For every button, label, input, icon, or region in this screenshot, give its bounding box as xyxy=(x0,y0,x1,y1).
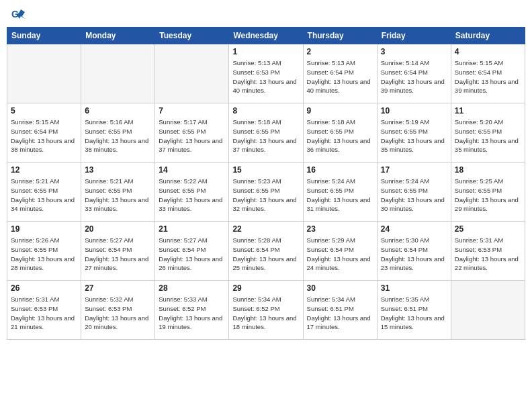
day-number: 11 xyxy=(455,106,521,116)
calendar-cell: 2Sunrise: 5:13 AMSunset: 6:54 PMDaylight… xyxy=(303,44,377,103)
day-number: 25 xyxy=(455,224,521,234)
day-info: Sunrise: 5:13 AMSunset: 6:54 PMDaylight:… xyxy=(307,58,373,95)
day-number: 10 xyxy=(381,106,447,116)
day-number: 23 xyxy=(307,224,373,234)
day-number: 1 xyxy=(232,47,299,56)
calendar-cell: 15Sunrise: 5:23 AMSunset: 6:55 PMDayligh… xyxy=(229,163,303,222)
calendar-week-row: 12Sunrise: 5:21 AMSunset: 6:55 PMDayligh… xyxy=(7,163,525,222)
day-info: Sunrise: 5:19 AMSunset: 6:55 PMDaylight:… xyxy=(381,118,447,154)
day-info: Sunrise: 5:23 AMSunset: 6:55 PMDaylight:… xyxy=(232,177,299,214)
day-number: 21 xyxy=(159,224,225,234)
day-info: Sunrise: 5:21 AMSunset: 6:55 PMDaylight:… xyxy=(11,177,77,214)
day-number: 14 xyxy=(159,165,225,175)
calendar-cell xyxy=(155,44,229,103)
day-info: Sunrise: 5:30 AMSunset: 6:54 PMDaylight:… xyxy=(381,236,447,273)
day-info: Sunrise: 5:17 AMSunset: 6:55 PMDaylight:… xyxy=(159,118,225,154)
day-of-week-header: Thursday xyxy=(303,28,377,44)
calendar-cell: 20Sunrise: 5:27 AMSunset: 6:54 PMDayligh… xyxy=(81,222,155,281)
day-info: Sunrise: 5:29 AMSunset: 6:54 PMDaylight:… xyxy=(307,236,373,273)
page-header: G xyxy=(7,7,525,21)
day-info: Sunrise: 5:34 AMSunset: 6:52 PMDaylight:… xyxy=(232,295,299,332)
day-of-week-header: Monday xyxy=(81,28,155,44)
calendar-week-row: 26Sunrise: 5:31 AMSunset: 6:53 PMDayligh… xyxy=(7,281,525,340)
calendar-cell: 31Sunrise: 5:35 AMSunset: 6:51 PMDayligh… xyxy=(377,281,451,340)
calendar-week-row: 5Sunrise: 5:15 AMSunset: 6:54 PMDaylight… xyxy=(7,103,525,163)
calendar-cell xyxy=(7,44,81,103)
day-number: 6 xyxy=(85,106,151,116)
calendar-cell xyxy=(451,281,525,340)
day-number: 8 xyxy=(232,106,299,116)
calendar-cell: 28Sunrise: 5:33 AMSunset: 6:52 PMDayligh… xyxy=(155,281,229,340)
calendar-cell: 11Sunrise: 5:20 AMSunset: 6:55 PMDayligh… xyxy=(451,103,525,163)
calendar-cell: 8Sunrise: 5:18 AMSunset: 6:55 PMDaylight… xyxy=(229,103,303,163)
day-info: Sunrise: 5:31 AMSunset: 6:53 PMDaylight:… xyxy=(11,295,77,332)
day-number: 13 xyxy=(85,165,151,175)
day-number: 12 xyxy=(11,165,77,175)
day-info: Sunrise: 5:21 AMSunset: 6:55 PMDaylight:… xyxy=(85,177,151,214)
calendar-cell: 29Sunrise: 5:34 AMSunset: 6:52 PMDayligh… xyxy=(229,281,303,340)
day-of-week-header: Sunday xyxy=(7,28,81,44)
day-info: Sunrise: 5:22 AMSunset: 6:55 PMDaylight:… xyxy=(159,177,225,214)
logo-icon: G xyxy=(10,7,25,21)
calendar-cell: 18Sunrise: 5:25 AMSunset: 6:55 PMDayligh… xyxy=(451,163,525,222)
day-info: Sunrise: 5:15 AMSunset: 6:54 PMDaylight:… xyxy=(11,118,77,154)
day-info: Sunrise: 5:18 AMSunset: 6:55 PMDaylight:… xyxy=(232,118,299,154)
day-number: 27 xyxy=(85,283,151,293)
day-of-week-header: Friday xyxy=(377,28,451,44)
day-info: Sunrise: 5:34 AMSunset: 6:51 PMDaylight:… xyxy=(307,295,373,332)
day-info: Sunrise: 5:15 AMSunset: 6:54 PMDaylight:… xyxy=(455,58,521,95)
calendar-cell: 17Sunrise: 5:24 AMSunset: 6:55 PMDayligh… xyxy=(377,163,451,222)
calendar-cell: 19Sunrise: 5:26 AMSunset: 6:55 PMDayligh… xyxy=(7,222,81,281)
day-info: Sunrise: 5:33 AMSunset: 6:52 PMDaylight:… xyxy=(159,295,225,332)
calendar-cell: 4Sunrise: 5:15 AMSunset: 6:54 PMDaylight… xyxy=(451,44,525,103)
day-info: Sunrise: 5:20 AMSunset: 6:55 PMDaylight:… xyxy=(455,118,521,154)
calendar-week-row: 1Sunrise: 5:13 AMSunset: 6:53 PMDaylight… xyxy=(7,44,525,103)
day-number: 28 xyxy=(159,283,225,293)
day-number: 9 xyxy=(307,106,373,116)
day-info: Sunrise: 5:18 AMSunset: 6:55 PMDaylight:… xyxy=(307,118,373,154)
days-header-row: SundayMondayTuesdayWednesdayThursdayFrid… xyxy=(7,28,525,44)
calendar-cell: 24Sunrise: 5:30 AMSunset: 6:54 PMDayligh… xyxy=(377,222,451,281)
day-number: 20 xyxy=(85,224,151,234)
day-number: 22 xyxy=(232,224,299,234)
day-number: 3 xyxy=(381,47,447,56)
calendar-cell: 10Sunrise: 5:19 AMSunset: 6:55 PMDayligh… xyxy=(377,103,451,163)
calendar-cell: 16Sunrise: 5:24 AMSunset: 6:55 PMDayligh… xyxy=(303,163,377,222)
calendar-week-row: 19Sunrise: 5:26 AMSunset: 6:55 PMDayligh… xyxy=(7,222,525,281)
day-number: 18 xyxy=(455,165,521,175)
day-info: Sunrise: 5:25 AMSunset: 6:55 PMDaylight:… xyxy=(455,177,521,214)
calendar-cell: 27Sunrise: 5:32 AMSunset: 6:53 PMDayligh… xyxy=(81,281,155,340)
day-info: Sunrise: 5:35 AMSunset: 6:51 PMDaylight:… xyxy=(381,295,447,332)
day-number: 7 xyxy=(159,106,225,116)
day-number: 15 xyxy=(232,165,299,175)
day-number: 19 xyxy=(11,224,77,234)
day-info: Sunrise: 5:32 AMSunset: 6:53 PMDaylight:… xyxy=(85,295,151,332)
day-number: 5 xyxy=(11,106,77,116)
calendar-cell: 26Sunrise: 5:31 AMSunset: 6:53 PMDayligh… xyxy=(7,281,81,340)
day-info: Sunrise: 5:24 AMSunset: 6:55 PMDaylight:… xyxy=(381,177,447,214)
day-info: Sunrise: 5:13 AMSunset: 6:53 PMDaylight:… xyxy=(232,58,299,95)
calendar-cell: 22Sunrise: 5:28 AMSunset: 6:54 PMDayligh… xyxy=(229,222,303,281)
calendar-cell: 5Sunrise: 5:15 AMSunset: 6:54 PMDaylight… xyxy=(7,103,81,163)
day-info: Sunrise: 5:31 AMSunset: 6:53 PMDaylight:… xyxy=(455,236,521,273)
day-info: Sunrise: 5:27 AMSunset: 6:54 PMDaylight:… xyxy=(159,236,225,273)
day-number: 4 xyxy=(455,47,521,56)
day-of-week-header: Wednesday xyxy=(229,28,303,44)
calendar-cell: 1Sunrise: 5:13 AMSunset: 6:53 PMDaylight… xyxy=(229,44,303,103)
calendar-cell: 12Sunrise: 5:21 AMSunset: 6:55 PMDayligh… xyxy=(7,163,81,222)
calendar-cell: 21Sunrise: 5:27 AMSunset: 6:54 PMDayligh… xyxy=(155,222,229,281)
day-number: 30 xyxy=(307,283,373,293)
day-number: 29 xyxy=(232,283,299,293)
day-number: 2 xyxy=(307,47,373,56)
day-number: 16 xyxy=(307,165,373,175)
logo: G xyxy=(10,7,28,21)
day-number: 31 xyxy=(381,283,447,293)
calendar-cell: 7Sunrise: 5:17 AMSunset: 6:55 PMDaylight… xyxy=(155,103,229,163)
calendar-cell: 6Sunrise: 5:16 AMSunset: 6:55 PMDaylight… xyxy=(81,103,155,163)
calendar-cell: 25Sunrise: 5:31 AMSunset: 6:53 PMDayligh… xyxy=(451,222,525,281)
calendar-cell xyxy=(81,44,155,103)
day-of-week-header: Tuesday xyxy=(155,28,229,44)
calendar-cell: 3Sunrise: 5:14 AMSunset: 6:54 PMDaylight… xyxy=(377,44,451,103)
day-of-week-header: Saturday xyxy=(451,28,525,44)
calendar-cell: 30Sunrise: 5:34 AMSunset: 6:51 PMDayligh… xyxy=(303,281,377,340)
